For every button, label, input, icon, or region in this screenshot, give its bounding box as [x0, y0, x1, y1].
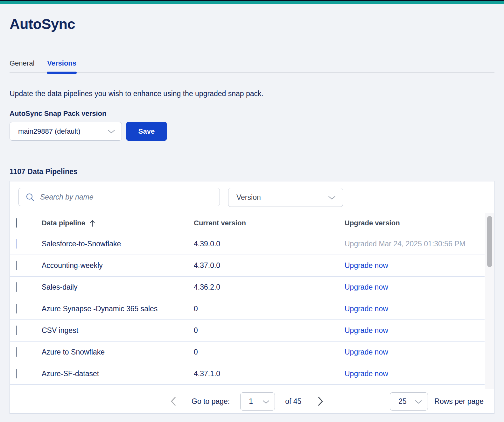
version-filter-select[interactable]: Version — [228, 188, 343, 207]
table-row: Accounting-weekly 4.37.0.0 Upgrade now — [10, 255, 485, 277]
upgrade-now-link[interactable]: Upgrade now — [345, 348, 485, 356]
rows-per-page-value: 25 — [398, 397, 407, 406]
search-box[interactable] — [18, 188, 220, 206]
current-version: 4.37.1.0 — [194, 369, 345, 378]
chevron-down-icon — [328, 193, 336, 202]
tab-bar: General Versions — [10, 59, 494, 73]
tab-general[interactable]: General — [10, 59, 34, 73]
table-scrollbar-track[interactable] — [485, 213, 494, 389]
column-header-upgrade-version[interactable]: Upgrade version — [345, 219, 485, 227]
chevron-down-icon — [415, 397, 422, 406]
pipeline-name: Azure Synapse -Dynamic 365 sales — [42, 305, 194, 313]
rows-per-page-select[interactable]: 25 — [390, 392, 428, 411]
row-checkbox[interactable] — [16, 304, 17, 313]
table-row: Azure Synapse -Dynamic 365 sales 0 Upgra… — [10, 298, 485, 320]
pipeline-name: Accounting-weekly — [42, 261, 194, 270]
table-row: CSV-ingest 0 Upgrade now — [10, 320, 485, 341]
page-description: Update the data pipelines you wish to en… — [10, 89, 494, 98]
page-number-select[interactable]: 1 — [240, 392, 275, 411]
current-version: 4.36.2.0 — [194, 283, 345, 292]
previous-page-button[interactable] — [171, 397, 176, 406]
table-row: Sales-daily 4.36.2.0 Upgrade now — [10, 277, 485, 298]
save-button[interactable]: Save — [126, 122, 167, 141]
pipelines-table: Data pipeline Current version Upgrade ve… — [10, 213, 485, 389]
chevron-down-icon — [262, 397, 270, 406]
row-checkbox[interactable] — [16, 261, 17, 270]
column-header-current-version[interactable]: Current version — [194, 219, 345, 227]
row-checkbox — [16, 239, 17, 249]
pipeline-name: CSV-ingest — [42, 326, 194, 335]
table-row: Azure to Snowflake 0 Upgrade now — [10, 341, 485, 363]
tab-versions[interactable]: Versions — [47, 59, 76, 73]
current-version: 0 — [194, 326, 345, 335]
snap-pack-version-value: main29887 (default) — [18, 127, 80, 136]
partial-row — [10, 385, 485, 389]
search-icon — [26, 193, 34, 201]
upgrade-now-link[interactable]: Upgrade now — [345, 283, 485, 292]
search-input[interactable] — [39, 193, 214, 202]
table-row: Azure-SF-dataset 4.37.1.0 Upgrade now — [10, 363, 485, 385]
go-to-page-label: Go to page: — [192, 397, 230, 406]
next-page-button[interactable] — [318, 397, 323, 406]
upgrade-now-link[interactable]: Upgrade now — [345, 261, 485, 270]
current-version: 0 — [194, 305, 345, 313]
snap-pack-version-select[interactable]: main29887 (default) — [10, 122, 122, 141]
rows-per-page-label: Rows per page — [434, 397, 484, 406]
column-header-data-pipeline[interactable]: Data pipeline — [42, 219, 85, 227]
page-number-value: 1 — [249, 397, 253, 406]
current-version: 4.37.0.0 — [194, 261, 345, 270]
upgrade-now-link[interactable]: Upgrade now — [345, 326, 485, 335]
pipelines-panel: Version Data pipeline Current version Up… — [10, 181, 494, 414]
row-checkbox[interactable] — [16, 369, 17, 378]
chevron-left-icon — [171, 397, 176, 406]
pipeline-name: Salesforce-to-Snowflake — [42, 240, 194, 248]
table-header-row: Data pipeline Current version Upgrade ve… — [10, 213, 485, 233]
pipeline-name: Azure to Snowflake — [42, 348, 194, 356]
table-scrollbar-thumb[interactable] — [487, 216, 492, 267]
row-checkbox[interactable] — [16, 326, 17, 335]
chevron-down-icon — [108, 127, 115, 136]
pipelines-count-heading: 1107 Data Pipelines — [10, 167, 494, 176]
page-title: AutoSync — [10, 16, 494, 32]
snap-pack-version-label: AutoSync Snap Pack version — [10, 109, 494, 118]
top-bar-teal — [0, 1, 504, 4]
row-checkbox[interactable] — [16, 282, 17, 292]
pipeline-name: Azure-SF-dataset — [42, 369, 194, 378]
row-checkbox[interactable] — [16, 347, 17, 357]
upgrade-now-link[interactable]: Upgrade now — [345, 305, 485, 313]
table-row: Salesforce-to-Snowflake 4.39.0.0 Upgrade… — [10, 233, 485, 255]
pipeline-name: Sales-daily — [42, 283, 194, 292]
pagination-bar: Go to page: 1 of 45 25 Rows per page — [10, 389, 494, 413]
select-all-checkbox[interactable] — [16, 218, 17, 228]
current-version: 0 — [194, 348, 345, 356]
sort-up-arrow-icon[interactable] — [90, 220, 95, 227]
version-filter-label: Version — [236, 193, 261, 202]
upgrade-now-link[interactable]: Upgrade now — [345, 369, 485, 378]
chevron-right-icon — [318, 397, 323, 406]
total-pages-label: of 45 — [285, 397, 301, 406]
upgraded-status-text: Upgraded Mar 24, 2025 01:30:56 PM — [345, 240, 485, 248]
current-version: 4.39.0.0 — [194, 240, 345, 248]
